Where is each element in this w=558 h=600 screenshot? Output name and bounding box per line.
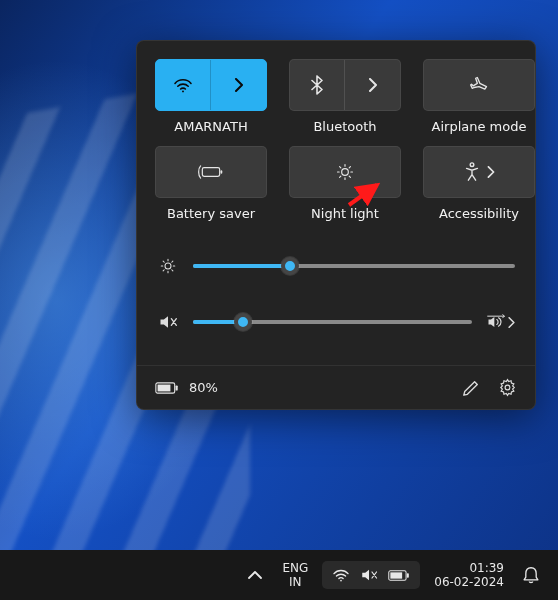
bell-icon [522,566,540,585]
clock-button[interactable]: 01:39 06-02-2024 [430,561,508,589]
airplane-icon [469,75,489,95]
lang-bottom: IN [282,575,308,589]
language-button[interactable]: ENG IN [278,561,312,589]
chevron-right-icon [234,78,244,92]
brightness-slider[interactable] [193,257,515,275]
edit-quick-settings-button[interactable] [462,379,480,397]
chevron-right-icon [368,78,378,92]
wifi-label: AMARNATH [174,119,247,134]
volume-row [155,303,517,341]
brightness-row [155,247,517,285]
battery-saver-label: Battery saver [167,206,255,221]
battery-status-button[interactable]: 80% [155,380,218,395]
lang-top: ENG [282,561,308,575]
speaker-muted-icon [360,567,378,583]
time-text: 01:39 [434,561,504,575]
bluetooth-icon [311,75,323,95]
brightness-icon [159,257,177,275]
wifi-toggle[interactable] [156,60,211,110]
svg-rect-13 [391,572,403,578]
svg-point-11 [340,580,342,582]
volume-mute-button[interactable] [157,311,179,333]
night-light-label: Night light [311,206,379,221]
bluetooth-expand[interactable] [345,60,400,110]
airplane-mode-tile[interactable] [423,59,535,111]
bluetooth-label: Bluetooth [313,119,376,134]
svg-rect-14 [407,573,409,578]
brightness-icon-button[interactable] [157,255,179,277]
svg-rect-8 [176,385,178,390]
taskbar: ENG IN 01:39 06-02-2024 [0,550,558,600]
accessibility-label: Accessibility [439,206,519,221]
chevron-up-icon [248,570,262,580]
quick-settings-footer: 80% [137,365,535,409]
battery-icon [388,569,410,582]
date-text: 06-02-2024 [434,575,504,589]
battery-saver-icon [198,164,224,180]
gear-icon [498,378,517,397]
svg-rect-2 [221,170,223,173]
svg-point-4 [470,163,474,167]
settings-button[interactable] [498,378,517,397]
wifi-icon [173,77,193,93]
bluetooth-toggle[interactable] [290,60,345,110]
notifications-button[interactable] [518,562,544,588]
pencil-icon [462,379,480,397]
chevron-right-icon [508,317,515,328]
svg-rect-1 [202,168,219,177]
tray-overflow-button[interactable] [242,562,268,588]
bluetooth-tile[interactable] [289,59,401,111]
accessibility-icon [463,162,481,182]
quick-settings-tiles: AMARNATH Bluetooth [155,59,517,221]
wifi-tile[interactable] [155,59,267,111]
airplane-label: Airplane mode [432,119,527,134]
wifi-icon [332,568,350,582]
speaker-muted-icon [158,313,178,331]
night-light-icon [335,162,355,182]
battery-icon [155,381,179,395]
battery-percent-text: 80% [189,380,218,395]
svg-point-5 [165,263,171,269]
svg-point-9 [505,385,510,390]
chevron-right-icon [487,166,495,178]
volume-slider[interactable] [193,313,472,331]
night-light-tile[interactable] [289,146,401,198]
battery-saver-tile[interactable] [155,146,267,198]
quick-settings-panel: AMARNATH Bluetooth [136,40,536,410]
svg-point-3 [342,169,349,176]
system-tray-button[interactable] [322,561,420,589]
sound-output-icon [486,314,506,330]
wifi-expand[interactable] [211,60,266,110]
sound-output-button[interactable] [486,314,515,330]
svg-point-0 [182,90,184,92]
accessibility-tile[interactable] [423,146,535,198]
svg-rect-7 [158,384,171,391]
